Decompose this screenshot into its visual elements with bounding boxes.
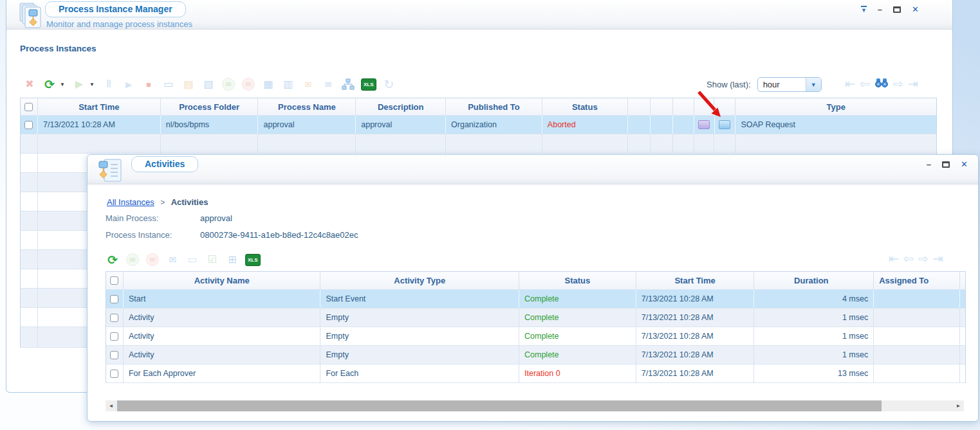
col-description[interactable]: Description <box>356 98 446 115</box>
grid-icon[interactable]: ▦ <box>261 77 275 91</box>
reload-icon[interactable]: ↻ <box>382 77 396 91</box>
col-process-name[interactable]: Process Name <box>258 98 356 115</box>
close-icon[interactable]: ✕ <box>912 5 919 14</box>
play-icon[interactable]: ▶ <box>72 77 86 91</box>
columns-icon[interactable]: ▥ <box>281 77 295 91</box>
col-duration[interactable]: Duration <box>754 272 874 289</box>
row-checkbox[interactable] <box>110 332 118 341</box>
search-icon[interactable] <box>874 77 889 91</box>
activities-tab[interactable]: Activities <box>131 156 198 172</box>
treeview-icon[interactable] <box>341 77 355 91</box>
scrollbar-thumb[interactable] <box>117 400 882 411</box>
process-instance-row[interactable]: 7/13/2021 10:28 AM nl/bos/bpms approval … <box>21 116 936 134</box>
activity-row[interactable]: Activity Empty Complete 7/13/2021 10:28 … <box>106 346 965 364</box>
prev-page-icon[interactable]: ⇦ <box>903 253 914 265</box>
next-page-icon[interactable]: ⇨ <box>918 253 929 265</box>
minimize-icon[interactable]: – <box>878 5 882 14</box>
col-type[interactable]: Type <box>735 98 936 115</box>
report-icon[interactable]: ▧ <box>201 77 216 91</box>
col-status[interactable]: Status <box>542 98 628 115</box>
cell-activity-name: Activity <box>124 346 321 364</box>
row-checkbox[interactable] <box>110 295 118 303</box>
cell-activity-name: Activity <box>124 309 321 327</box>
activities-detail-icon[interactable] <box>719 120 730 129</box>
mail-icon[interactable]: ✉ <box>301 77 315 91</box>
first-page-icon[interactable]: ⇤ <box>845 78 855 91</box>
main-window-header: Process Instance Manager Monitor and man… <box>6 0 952 30</box>
horizontal-scrollbar[interactable]: ◄ ► <box>106 400 964 411</box>
scroll-left-icon[interactable]: ◄ <box>106 400 116 411</box>
last-page-icon[interactable]: ⇥ <box>933 253 943 265</box>
col-process-folder[interactable]: Process Folder <box>161 98 259 115</box>
mail-remove-icon[interactable]: ✉ <box>321 77 335 91</box>
activities-pagination: ⇤ ⇦ ⇨ ⇥ <box>889 253 943 265</box>
refresh-icon[interactable]: ⟳ <box>106 253 120 267</box>
main-window-tab[interactable]: Process Instance Manager <box>45 1 186 17</box>
mail-approve-icon[interactable]: ✉ <box>221 77 236 91</box>
export-xls-icon[interactable]: XLS <box>245 254 261 266</box>
export-xls-icon[interactable]: XLS <box>361 78 376 91</box>
activity-row[interactable]: For Each Approver For Each Iteration 0 7… <box>106 364 965 383</box>
col-clipped <box>960 272 965 289</box>
delete-icon[interactable]: ✖ <box>23 77 37 91</box>
select-all-checkbox[interactable] <box>110 276 118 285</box>
first-page-icon[interactable]: ⇤ <box>889 253 899 265</box>
maximize-icon[interactable] <box>893 6 901 13</box>
activities-toolbar: ⟳ ✉ ✉ ✉ ▭ ☑ ⊞ XLS <box>106 253 261 267</box>
col-activity-type[interactable]: Activity Type <box>320 272 519 289</box>
checklist-icon[interactable]: ☑ <box>205 253 219 267</box>
mail-approve-icon[interactable]: ✉ <box>125 253 140 267</box>
main-toolbar: ✖ ⟳ ▼ ▶ ▼ ‖ ▶ ■ ▭ ▤ ▧ ✉ ✉ ▦ ▥ ✉ ✉ XLS ↻ <box>23 77 396 91</box>
row-checkbox[interactable] <box>110 370 118 378</box>
cell-status: Aborted <box>542 116 628 134</box>
main-window-subtitle: Monitor and manage process instances <box>46 19 192 29</box>
pause-icon[interactable]: ‖ <box>102 77 116 91</box>
scroll-right-icon[interactable]: ► <box>953 400 964 411</box>
last-page-icon[interactable]: ⇥ <box>908 78 918 91</box>
refresh-dropdown-icon[interactable]: ▼ <box>60 82 66 87</box>
show-last-value: hour <box>763 80 780 89</box>
col-start-time[interactable]: Start Time <box>636 272 755 289</box>
mail-reject-icon[interactable]: ✉ <box>241 77 255 91</box>
play-dropdown-icon[interactable]: ▼ <box>89 82 96 87</box>
maximize-icon[interactable] <box>942 161 950 168</box>
minimize-icon[interactable]: – <box>927 160 931 169</box>
col-start-time[interactable]: Start Time <box>38 98 161 115</box>
activity-row[interactable]: Activity Empty Complete 7/13/2021 10:28 … <box>106 309 965 327</box>
close-icon[interactable]: ✕ <box>961 160 968 169</box>
row-checkbox[interactable] <box>110 351 118 359</box>
resume-icon[interactable]: ▶ <box>122 77 136 91</box>
dropdown-caret-icon: ▼ <box>806 78 821 91</box>
comment-icon[interactable]: ▭ <box>162 77 176 91</box>
mail-reject-icon[interactable]: ✉ <box>145 253 160 267</box>
activity-row[interactable]: Start Start Event Complete 7/13/2021 10:… <box>106 290 965 309</box>
show-last-dropdown[interactable]: hour ▼ <box>757 77 822 92</box>
detail-icon[interactable]: ▭ <box>185 253 199 267</box>
stop-icon[interactable]: ■ <box>142 77 156 91</box>
instance-detail-icon[interactable] <box>698 120 710 129</box>
col-activity-name[interactable]: Activity Name <box>124 272 321 289</box>
col-extra-2 <box>651 98 673 115</box>
next-page-icon[interactable]: ⇨ <box>893 78 903 91</box>
prev-page-icon[interactable]: ⇦ <box>860 78 870 91</box>
cell-start-time: 7/13/2021 10:28 AM <box>636 327 755 345</box>
mail-remove-icon[interactable]: ✉ <box>165 253 180 267</box>
row-checkbox[interactable] <box>110 314 118 322</box>
cell-duration: 1 msec <box>754 309 874 327</box>
breadcrumb-all-instances-link[interactable]: All Instances <box>107 197 154 207</box>
cell-process-folder: nl/bos/bpms <box>161 116 259 134</box>
row-checkbox[interactable] <box>24 121 33 129</box>
col-published-to[interactable]: Published To <box>446 98 542 115</box>
col-status[interactable]: Status <box>519 272 636 289</box>
cell-assigned-to <box>874 346 960 364</box>
cell-status: Complete <box>519 327 636 345</box>
cell-start-time: 7/13/2021 10:28 AM <box>636 309 755 327</box>
cell-activity-name: Activity <box>124 327 321 345</box>
collapse-icon[interactable]: ▼ <box>861 6 867 13</box>
table-export-icon[interactable]: ⊞ <box>225 253 239 267</box>
col-assigned-to[interactable]: Assigned To <box>874 272 960 289</box>
refresh-icon[interactable]: ⟳ <box>42 77 57 91</box>
select-all-checkbox[interactable] <box>24 103 33 111</box>
subprocess-icon[interactable]: ▤ <box>181 77 196 91</box>
activity-row[interactable]: Activity Empty Complete 7/13/2021 10:28 … <box>106 327 965 346</box>
